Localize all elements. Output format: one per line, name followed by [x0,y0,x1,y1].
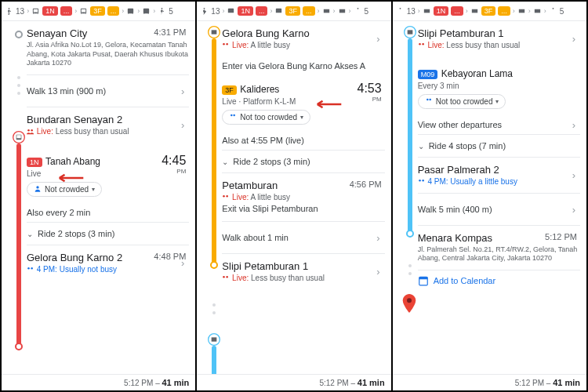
destination-pin-icon [402,294,416,313]
ride-expand[interactable]: ⌄Ride 2 stops (3 min) [27,223,189,245]
walk-step[interactable]: Walk about 1 min› [222,222,384,254]
board-stop-row[interactable]: Bundaran Senayan 2 Live: Less busy than … [27,107,189,143]
bus-icon [423,7,431,16]
ride-expand[interactable]: ⌄Ride 2 stops (3 min) [222,151,384,173]
bus-icon [126,7,135,16]
bus-icon [142,7,151,16]
bus-icon [31,7,40,16]
directions-pane-2: 13 › 1N... › 3F... › › ›5 Gelora Bung Ka… [197,2,390,390]
walk-step[interactable]: Walk 5 min (400 m)› [418,194,580,226]
svg-point-24 [419,43,421,45]
caret-down-icon: ▾ [92,186,95,193]
svg-point-6 [27,267,30,270]
route-row: 3F Kalideres Live · Platform K-L-M 4:53P… [222,75,384,131]
directions-pane-3: 13 › 1N... › 3F... › › ›5 Slipi Petambur… [393,2,586,390]
bus-icon [338,7,347,16]
stop-dot [15,343,23,350]
svg-point-17 [227,195,229,198]
crowd-button[interactable]: Not too crowded▾ [222,110,310,125]
frequency: Every 3 min [418,82,580,90]
add-to-calendar-button[interactable]: Add to Calendar [418,270,580,291]
bus-icon [274,7,283,16]
walk-icon [396,7,405,16]
svg-point-21 [552,7,554,9]
bus-icon [533,7,542,16]
walk-icon [158,7,166,16]
chevron-down-icon: ⌄ [27,230,33,238]
walk-icon [5,7,13,16]
svg-point-13 [227,43,229,45]
board-stop-row[interactable]: Slipi Petamburan 1 Live: Less busy than … [222,254,384,289]
origin-row[interactable]: Senayan City Jl. Asia Afrika No.Lot 19, … [27,21,189,75]
origin-address: Jl. Asia Afrika No.Lot 19, Gelora, Kecam… [27,41,189,68]
bus-icon [517,7,526,16]
crowd-icon [222,42,230,50]
crowd-button[interactable]: Not crowded▾ [27,182,102,197]
footer: 5:12 PM – 41 min [2,374,195,390]
walk-icon [549,7,557,16]
route-badge: 1N [27,158,42,167]
stop-name: Bundaran Senayan 2 [27,114,189,125]
bus-icon [470,7,479,16]
view-departures-row[interactable]: View other departures› [418,115,580,135]
svg-point-23 [407,298,412,303]
exit-info: Exit via Slipi Petamburan [222,202,384,215]
bus-stop-dot [208,333,220,346]
board-stop-row[interactable]: Slipi Petamburan 1 Live: Less busy than … [418,21,580,56]
bus-icon [79,7,88,16]
walk-step[interactable]: Walk 13 min (900 m)› [27,75,189,107]
route-more: ... [60,6,73,16]
svg-point-0 [9,7,10,9]
svg-point-28 [419,180,421,182]
alight-stop-row[interactable]: Gelora Bung Karno 2 4 PM: Usually not bu… [27,245,189,281]
svg-point-3 [27,129,30,132]
svg-point-18 [223,276,226,278]
svg-point-29 [422,180,424,182]
crowd-button[interactable]: Not too crowded▾ [418,94,506,109]
walk-icon [200,7,209,16]
svg-point-4 [31,129,33,132]
svg-point-12 [223,43,226,45]
alight-stop-row[interactable]: Pasar Palmerah 2 4 PM: Usually a little … [418,158,580,194]
svg-rect-31 [419,277,427,279]
origin-dot [15,31,23,38]
route-summary-header: 13 › 1N... › 3F... › › ›5 [2,2,195,21]
walk-icon [354,7,362,16]
svg-point-15 [234,114,236,117]
annotation-arrow [316,99,343,110]
timeline [13,21,24,390]
board-stop-row[interactable]: Gelora Bung Karno Live: A little busy › [222,21,384,56]
svg-point-16 [223,195,226,198]
entrance-info: Enter via Gelora Bung Karno Akses A [222,56,384,75]
depart-time: 4:31 PM [154,27,186,37]
route-badge-3f: 3F [90,6,105,16]
route-row: 1N Tanah Abang Live 4:45PM Not crowded▾ [27,143,189,203]
svg-point-19 [227,276,229,278]
bus-stop-dot [208,26,220,38]
destination-row[interactable]: Menara Kompas Jl. Palmerah Sel. No.21, R… [418,226,580,270]
alight-stop-row[interactable]: Petamburan Live: A little busy Exit via … [222,173,384,222]
bus-icon [322,7,331,16]
svg-point-20 [399,7,401,9]
chevron-right-icon: › [181,85,184,97]
svg-point-9 [357,7,358,9]
svg-point-1 [162,7,163,9]
svg-point-14 [230,114,233,117]
transit-line-red [16,143,21,347]
crowd-icon [27,128,34,136]
transit-line-blue [408,38,412,234]
svg-point-7 [31,267,33,270]
crowd-icon [27,266,34,274]
transit-line-amber [212,38,216,266]
svg-point-2 [13,132,25,143]
svg-point-27 [429,99,431,101]
route-dest: Tanah Abang [45,156,100,167]
ride-expand[interactable]: ⌄Ride 4 stops (7 min) [418,135,580,158]
route-summary-header: 13 › 1N... › 3F... › › ›5 [393,2,586,21]
transit-line-blue [212,346,216,377]
chevron-right-icon: › [181,119,184,131]
bus-stop-dot [13,131,25,143]
route-row: M09 Kebayoran Lama Every 3 min Not too c… [418,56,580,115]
route-summary-header: 13 › 1N... › 3F... › › ›5 [197,2,390,21]
svg-point-5 [36,187,38,189]
